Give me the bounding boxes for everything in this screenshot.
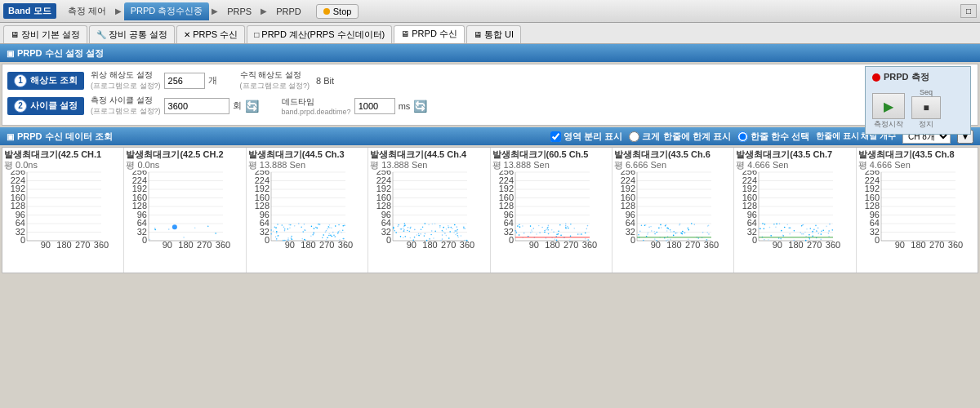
single-func-radio[interactable]: [737, 131, 748, 142]
large-single-line-radio[interactable]: [629, 131, 639, 142]
svg-point-514: [813, 229, 815, 231]
svg-point-340: [547, 225, 549, 227]
segment-prps[interactable]: PRPS: [220, 2, 258, 20]
svg-point-227: [410, 237, 412, 239]
svg-point-92: [334, 237, 336, 238]
svg-point-477: [779, 224, 781, 225]
play-button[interactable]: ▶: [872, 93, 905, 119]
svg-point-147: [319, 224, 321, 226]
svg-point-247: [428, 224, 430, 226]
svg-point-146: [284, 240, 286, 242]
svg-point-156: [281, 225, 283, 227]
tab-device-basic[interactable]: 🖥 장비 기본 설정: [3, 25, 87, 43]
svg-point-307: [586, 225, 588, 227]
deadtime-input[interactable]: [354, 98, 395, 114]
phase-resolution-input[interactable]: [164, 73, 205, 89]
svg-point-120: [275, 228, 277, 229]
chart-title-3: 발생최대크기(44.5 Ch.3평 13.888 Sen: [247, 148, 368, 171]
svg-point-330: [556, 234, 558, 236]
tab-prpd-receive[interactable]: 🖥 PRPD 수신: [394, 25, 465, 43]
config-row-1: 1 해상도 조회 위상 해상도 설정 (프로그램으로 설정?) 개 수직 해상도…: [7, 69, 973, 91]
field-cycle: 측정 사이클 설정 (프로그램으로 설정?) 회 🔄: [91, 95, 259, 117]
svg-point-481: [803, 233, 804, 235]
tab-integrated-ui[interactable]: 🖥 통합 UI: [466, 25, 521, 43]
svg-point-232: [420, 233, 421, 235]
monitor-icon-2: 🖥: [401, 29, 409, 38]
maximize-button[interactable]: □: [960, 4, 977, 18]
svg-point-377: [679, 224, 681, 225]
svg-point-380: [707, 226, 709, 228]
svg-point-395: [702, 232, 704, 233]
segment-measurement-control[interactable]: 측정 제어: [61, 2, 113, 20]
segment-prpd[interactable]: PRPD: [270, 2, 308, 20]
svg-point-89: [315, 227, 317, 228]
play-label: 측정시작: [874, 119, 903, 130]
svg-point-430: [688, 229, 689, 231]
svg-point-423: [661, 228, 662, 229]
svg-point-84: [298, 224, 300, 225]
svg-point-334: [568, 228, 569, 229]
tab-device-common[interactable]: 🔧 장비 공통 설정: [89, 25, 175, 43]
svg-point-87: [318, 224, 319, 225]
area-separation-checkbox[interactable]: [550, 131, 561, 142]
svg-point-517: [764, 228, 765, 230]
cycle-input[interactable]: [164, 98, 229, 114]
svg-point-125: [287, 240, 289, 242]
segment-prpd-active[interactable]: PRPD 측정수신중: [124, 2, 210, 20]
svg-point-201: [414, 237, 416, 238]
chart-title-4: 발생최대크기(44.5 Ch.4평 13.888 Sen: [368, 148, 489, 171]
config-panel: 1 해상도 조회 위상 해상도 설정 (프로그램으로 설정?) 개 수직 해상도…: [2, 64, 978, 126]
cycle-label: 측정 사이클 설정: [91, 95, 153, 104]
cycle-refresh-icon[interactable]: 🔄: [245, 100, 259, 113]
svg-point-140: [276, 238, 278, 240]
phase-label: 위상 해상도 설정: [91, 70, 153, 79]
svg-point-136: [339, 231, 341, 233]
svg-point-109: [333, 235, 335, 237]
chart-svg-3: 256224192160128966432090180270360: [247, 171, 368, 264]
stop-measure-button[interactable]: ■: [911, 96, 941, 119]
svg-point-244: [448, 225, 449, 227]
svg-point-491: [810, 228, 812, 230]
tab-prps-receive[interactable]: ✕ PRPS 수신: [176, 25, 245, 43]
svg-point-134: [342, 230, 344, 232]
prpd-measure-title: PRPD 측정: [872, 71, 964, 83]
svg-text:360: 360: [947, 240, 962, 250]
tab-prpd-calc[interactable]: □ PRPD 계산(PRPS 수신데이터): [247, 25, 392, 43]
svg-point-193: [399, 224, 400, 226]
deadtime-refresh-icon[interactable]: 🔄: [413, 100, 427, 113]
stop-button[interactable]: Stop: [316, 4, 359, 19]
svg-point-433: [681, 233, 683, 235]
area-separation-label: 영역 분리 표시: [564, 131, 622, 143]
svg-point-389: [673, 235, 675, 237]
svg-point-123: [287, 237, 289, 239]
svg-point-255: [461, 236, 462, 237]
svg-point-295: [584, 238, 586, 240]
svg-point-328: [564, 225, 566, 227]
svg-point-494: [790, 228, 791, 229]
chart-item-2: 발생최대크기(42.5 CH.2평 0.0ns25622419216012896…: [124, 148, 246, 273]
svg-point-342: [541, 227, 543, 228]
title-bar: Band 모드 측정 제어 ▶ PRPD 측정수신중 ▶ PRPS ▶ PRPD…: [0, 0, 980, 23]
svg-text:270: 270: [441, 240, 456, 250]
chart-item-7: 발생최대크기(43.5 Ch.7평 4.666 Sen2562241921601…: [734, 148, 856, 273]
large-single-line-radio-label[interactable]: 크게 한줄에 한계 표시: [629, 131, 730, 143]
svg-point-248: [457, 235, 459, 237]
vertical-unit: 8 Bit: [316, 76, 334, 86]
arrow-icon: ▶: [115, 7, 122, 16]
svg-point-397: [693, 224, 695, 226]
main-content: ▣ PRPD 수신 설정 설정 1 해상도 조회 위상 해상도 설정 (프로그램…: [0, 44, 980, 273]
svg-point-375: [688, 239, 689, 241]
svg-point-124: [332, 232, 334, 233]
svg-point-245: [404, 224, 406, 225]
single-func-radio-label[interactable]: 한줄 한수 선택: [737, 131, 809, 143]
svg-point-96: [331, 228, 332, 229]
area-separation-checkbox-label[interactable]: 영역 분리 표시: [550, 131, 622, 143]
svg-point-97: [272, 231, 274, 233]
svg-point-506: [809, 238, 811, 240]
svg-point-197: [416, 235, 418, 237]
calc-icon: □: [254, 30, 259, 39]
svg-point-339: [587, 240, 589, 242]
svg-point-153: [304, 229, 305, 231]
svg-point-461: [829, 224, 831, 225]
svg-text:0: 0: [142, 235, 147, 245]
